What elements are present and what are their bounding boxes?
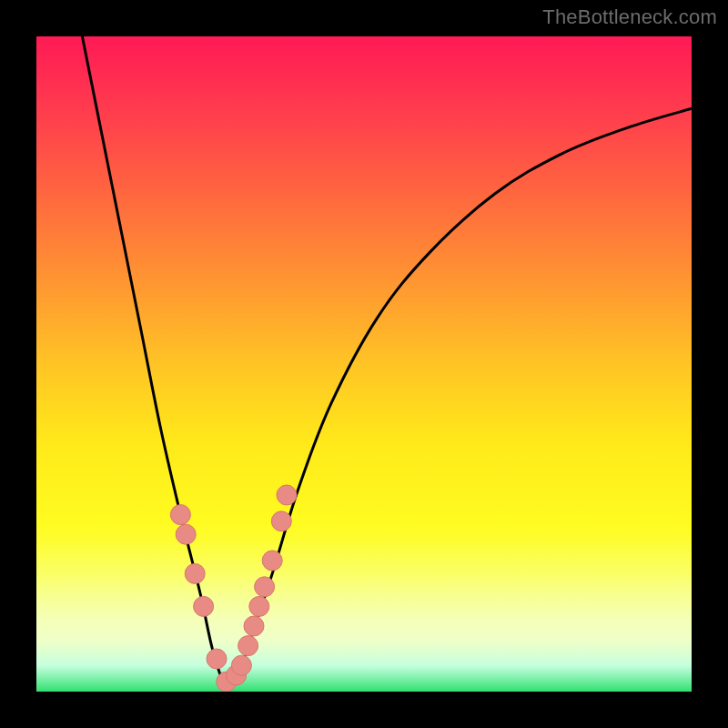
marker-dot (255, 577, 275, 597)
marker-dot (207, 649, 227, 669)
marker-dot (271, 511, 291, 531)
marker-dot (194, 596, 214, 616)
marker-dot (170, 505, 190, 525)
marker-dot (244, 616, 264, 636)
marker-dot (277, 485, 297, 505)
attribution-label: TheBottleneck.com (542, 5, 717, 29)
marker-dot (262, 551, 282, 571)
marker-dot (249, 596, 269, 616)
chart-frame: TheBottleneck.com (0, 0, 728, 728)
marker-dot (231, 655, 251, 675)
marker-dot (238, 636, 258, 656)
bottleneck-curve (82, 36, 692, 686)
plot-area (36, 36, 692, 692)
marker-dot (185, 563, 205, 583)
marker-dot (176, 524, 196, 544)
markers-group (170, 485, 297, 692)
bottleneck-chart (36, 36, 692, 692)
